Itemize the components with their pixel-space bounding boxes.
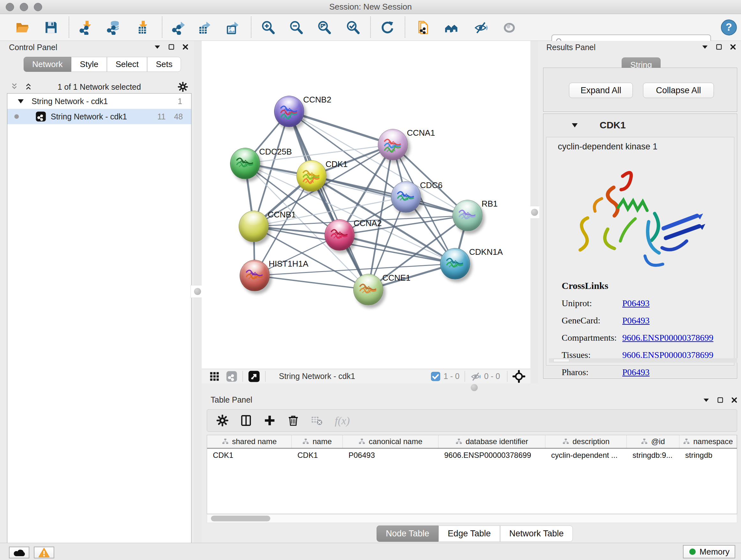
- panel-float-icon[interactable]: [717, 396, 724, 403]
- table-row[interactable]: CDK1CDK1P064939606.ENSP00000378699cyclin…: [207, 449, 737, 462]
- network-row-label: String Network - cdk1: [51, 112, 127, 121]
- cell-canonicalname[interactable]: P06493: [343, 451, 439, 460]
- horizontal-splitter-handle[interactable]: [468, 382, 481, 393]
- tab-network-table[interactable]: Network Table: [500, 525, 573, 542]
- column-header-description[interactable]: description: [545, 435, 627, 448]
- tab-edge-table[interactable]: Edge Table: [439, 525, 500, 542]
- network-canvas[interactable]: CCNB2CCNA1CDC25BCDK1CDC6RB1CCNB1CCNA2CDK…: [202, 41, 530, 369]
- grid-icon[interactable]: [209, 371, 220, 382]
- right-splitter[interactable]: [530, 41, 538, 393]
- collapse-all-button[interactable]: Collapse All: [643, 83, 714, 98]
- network-options-gear-icon[interactable]: [178, 81, 188, 92]
- panel-close-icon[interactable]: [730, 44, 737, 51]
- delete-table-icon[interactable]: [311, 414, 323, 427]
- cell-name[interactable]: CDK1: [292, 451, 343, 460]
- show-eye-icon[interactable]: [502, 20, 517, 35]
- export-network-icon[interactable]: [172, 20, 186, 35]
- column-header-sharedname[interactable]: shared name: [207, 435, 292, 448]
- svg-text:?: ?: [726, 21, 732, 33]
- node-label-cdk1: CDK1: [326, 159, 347, 169]
- column-header-databaseidentifier[interactable]: database identifier: [439, 435, 545, 448]
- panel-close-icon[interactable]: [731, 396, 738, 403]
- node-ccnb1[interactable]: [239, 211, 269, 242]
- import-table-icon[interactable]: [135, 20, 150, 35]
- refresh-icon[interactable]: [380, 20, 394, 35]
- open-folder-icon[interactable]: [15, 20, 30, 35]
- entry-header[interactable]: CDK1: [543, 114, 737, 136]
- panel-float-icon[interactable]: [168, 44, 175, 51]
- crosshair-icon[interactable]: [513, 370, 525, 383]
- cell-id[interactable]: stringdb:9...: [627, 451, 679, 460]
- export-table-icon[interactable]: [197, 20, 212, 35]
- zoom-fit-icon[interactable]: [317, 20, 332, 35]
- column-header-canonicalname[interactable]: canonical name: [343, 435, 439, 448]
- node-label-hist1h1a: HIST1H1A: [269, 259, 308, 269]
- zoom-in-icon[interactable]: [261, 20, 275, 35]
- node-cdc25b[interactable]: [230, 148, 260, 179]
- memory-button[interactable]: Memory: [683, 545, 735, 558]
- protein-structure-thumbnail: [278, 103, 300, 121]
- warnings-button[interactable]: [34, 547, 54, 558]
- panel-collapse-icon[interactable]: [703, 396, 710, 403]
- panel-close-icon[interactable]: [182, 44, 189, 51]
- tab-select[interactable]: Select: [107, 57, 147, 72]
- cell-namespace[interactable]: stringdb: [679, 451, 737, 460]
- table-hscrollbar[interactable]: [207, 514, 737, 523]
- share-thumbnail-icon[interactable]: [226, 371, 238, 382]
- network-row[interactable]: String Network - cdk1 11 48: [7, 109, 191, 124]
- export-image-icon[interactable]: [225, 20, 240, 35]
- crosslink-link[interactable]: P06493: [622, 367, 650, 377]
- network-collection-row[interactable]: String Network - cdk1 1: [7, 94, 191, 109]
- cell-description[interactable]: cyclin-dependent ...: [545, 451, 627, 460]
- help-icon[interactable]: ?: [721, 19, 737, 36]
- column-header-id[interactable]: @id: [627, 435, 679, 448]
- zoom-out-icon[interactable]: [289, 20, 304, 35]
- panel-float-icon[interactable]: [716, 44, 723, 51]
- panel-collapse-icon[interactable]: [154, 44, 161, 51]
- columns-icon[interactable]: [240, 414, 253, 427]
- tab-network[interactable]: Network: [23, 57, 71, 72]
- add-column-icon[interactable]: [263, 414, 276, 427]
- zoom-selected-icon[interactable]: [346, 20, 360, 35]
- crosslink-link[interactable]: P06493: [622, 315, 650, 326]
- node-ccna1[interactable]: [378, 129, 408, 160]
- function-builder-icon[interactable]: f(x): [334, 414, 352, 427]
- node-rb1[interactable]: [453, 200, 482, 231]
- results-scrollbar[interactable]: [549, 358, 737, 363]
- node-cdk1[interactable]: [296, 160, 327, 192]
- entry-disclosure-icon[interactable]: [571, 121, 579, 129]
- column-header-name[interactable]: name: [292, 435, 343, 448]
- node-hist1h1a[interactable]: [240, 260, 270, 291]
- selected-checkbox-icon[interactable]: [431, 372, 441, 381]
- import-network-icon[interactable]: [79, 20, 93, 35]
- panel-collapse-icon[interactable]: [701, 44, 709, 51]
- node-ccnb2[interactable]: [274, 96, 304, 127]
- crosslink-link[interactable]: 9606.ENSP00000378699: [622, 333, 713, 343]
- cell-databaseidentifier[interactable]: 9606.ENSP00000378699: [439, 451, 545, 460]
- control-panel-controls: [154, 44, 189, 51]
- tab-sets[interactable]: Sets: [147, 57, 181, 72]
- tab-node-table[interactable]: Node Table: [377, 525, 439, 542]
- save-icon[interactable]: [44, 20, 58, 35]
- node-ccna2[interactable]: [325, 219, 354, 251]
- node-table[interactable]: shared namenamecanonical namedatabase id…: [207, 435, 737, 514]
- cloud-button[interactable]: [9, 547, 29, 558]
- tab-style[interactable]: Style: [71, 57, 107, 72]
- import-database-icon[interactable]: [106, 20, 121, 35]
- share-document-icon[interactable]: [416, 20, 431, 35]
- crosslink-link[interactable]: P06493: [622, 298, 650, 308]
- collection-disclosure-icon[interactable]: [17, 98, 24, 105]
- left-splitter[interactable]: [194, 41, 202, 543]
- node-cdkn1a[interactable]: [440, 248, 470, 279]
- node-ccne1[interactable]: [353, 274, 383, 305]
- expand-all-button[interactable]: Expand All: [569, 83, 633, 98]
- column-label: database identifier: [466, 437, 528, 446]
- delete-column-icon[interactable]: [287, 414, 300, 427]
- home-icon[interactable]: [444, 20, 459, 35]
- gear-icon[interactable]: [216, 414, 229, 427]
- birdseye-icon[interactable]: [248, 370, 260, 382]
- hide-panel-icon[interactable]: [473, 20, 488, 35]
- cell-sharedname[interactable]: CDK1: [207, 451, 292, 460]
- node-cdc6[interactable]: [391, 181, 421, 212]
- column-header-namespace[interactable]: namespace: [679, 435, 737, 448]
